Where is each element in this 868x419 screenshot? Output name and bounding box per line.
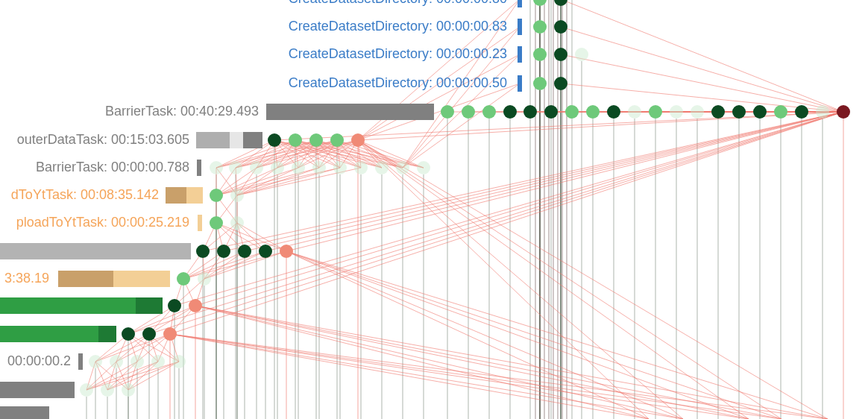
dependency-node[interactable] — [250, 161, 263, 174]
dependency-node[interactable] — [292, 161, 305, 174]
dependency-node[interactable] — [309, 133, 323, 147]
dependency-node[interactable] — [210, 216, 223, 230]
dependency-node[interactable] — [172, 355, 186, 368]
dependency-node[interactable] — [554, 77, 567, 90]
task-label: outerDataTask: 00:15:03.605 — [17, 132, 189, 148]
task-label: ploadToYtTask: 00:00:25.219 — [16, 215, 189, 230]
task-label: CreateDatasetDirectory: 00:00:00.23 — [289, 46, 507, 62]
duration-bar[interactable] — [166, 187, 186, 204]
duration-tick[interactable] — [518, 75, 522, 92]
dependency-node[interactable] — [289, 133, 302, 147]
task-label: 00:00:00.2 — [7, 353, 71, 369]
dependency-node[interactable] — [544, 105, 558, 119]
dependency-node[interactable] — [503, 105, 517, 119]
task-label: BarrierTask: 00:40:29.493 — [105, 104, 259, 119]
dependency-node[interactable] — [333, 161, 347, 174]
dependency-node[interactable] — [732, 105, 746, 119]
dependency-node[interactable] — [230, 189, 244, 202]
dependency-node[interactable] — [670, 105, 683, 119]
dependency-node[interactable] — [196, 245, 210, 258]
task-label: CreateDatasetDirectory: 00:00:00.50 — [289, 75, 507, 91]
duration-bar[interactable] — [0, 243, 191, 259]
dependency-node[interactable] — [217, 245, 230, 258]
dependency-node[interactable] — [238, 245, 251, 258]
dependency-node[interactable] — [198, 272, 211, 286]
dependency-node[interactable] — [259, 245, 272, 258]
duration-tick[interactable] — [518, 46, 522, 63]
dependency-node[interactable] — [89, 355, 102, 368]
dependency-node[interactable] — [210, 189, 223, 202]
dependency-node[interactable] — [795, 105, 808, 119]
dependency-node[interactable] — [177, 272, 190, 286]
task-label: 3:38.19 — [4, 271, 49, 286]
dependency-node[interactable] — [533, 48, 547, 61]
dependency-node[interactable] — [151, 355, 165, 368]
dependency-node[interactable] — [523, 105, 537, 119]
dependency-node[interactable] — [189, 299, 202, 312]
dependency-node[interactable] — [816, 105, 829, 119]
dependency-node[interactable] — [774, 105, 787, 119]
dependency-node[interactable] — [230, 216, 244, 230]
duration-tick[interactable] — [198, 215, 202, 231]
dependency-node[interactable] — [130, 355, 144, 368]
dependency-node[interactable] — [554, 20, 567, 34]
duration-bar[interactable] — [113, 271, 170, 287]
dependency-node[interactable] — [565, 105, 579, 119]
dependency-node[interactable] — [417, 161, 430, 174]
dependency-node[interactable] — [753, 105, 767, 119]
duration-bar[interactable] — [186, 187, 203, 204]
dependency-node[interactable] — [554, 0, 567, 6]
dependency-node[interactable] — [110, 355, 123, 368]
duration-bar[interactable] — [230, 132, 243, 148]
dependency-node[interactable] — [168, 299, 181, 312]
dependency-node[interactable] — [375, 161, 389, 174]
dependency-node[interactable] — [533, 77, 547, 90]
dependency-node[interactable] — [351, 133, 365, 147]
dependency-node[interactable] — [280, 245, 293, 258]
duration-bar[interactable] — [266, 104, 434, 120]
dependency-node[interactable] — [122, 383, 135, 397]
duration-tick[interactable] — [518, 0, 522, 7]
dependency-node[interactable] — [80, 383, 93, 397]
dependency-node[interactable] — [586, 105, 600, 119]
duration-bar[interactable] — [0, 382, 75, 398]
dependency-node[interactable] — [711, 105, 725, 119]
duration-bar[interactable] — [98, 326, 116, 342]
dependency-node[interactable] — [330, 133, 344, 147]
dependency-node[interactable] — [533, 20, 547, 34]
dependency-node[interactable] — [122, 327, 135, 341]
duration-bar[interactable] — [136, 297, 163, 314]
dependency-node[interactable] — [837, 105, 850, 119]
duration-bar[interactable] — [0, 326, 98, 342]
dependency-node[interactable] — [271, 161, 284, 174]
task-label: CreateDatasetDirectory: 00:00:00.83 — [289, 19, 507, 34]
dependency-node[interactable] — [268, 133, 281, 147]
task-label: dToYtTask: 00:08:35.142 — [11, 187, 159, 203]
dependency-node[interactable] — [229, 161, 242, 174]
dependency-node[interactable] — [142, 327, 156, 341]
dependency-node[interactable] — [628, 105, 641, 119]
dependency-node[interactable] — [649, 105, 662, 119]
duration-tick[interactable] — [518, 19, 522, 35]
dependency-node[interactable] — [101, 383, 114, 397]
dependency-node[interactable] — [210, 161, 223, 174]
dependency-node[interactable] — [354, 161, 368, 174]
dependency-node[interactable] — [575, 48, 588, 61]
dependency-node[interactable] — [533, 0, 547, 6]
dependency-node[interactable] — [441, 105, 454, 119]
dependency-node[interactable] — [312, 161, 326, 174]
dependency-node[interactable] — [482, 105, 496, 119]
duration-bar[interactable] — [58, 271, 113, 287]
duration-bar[interactable] — [196, 132, 230, 148]
dependency-node[interactable] — [462, 105, 475, 119]
dependency-node[interactable] — [396, 161, 409, 174]
dependency-node[interactable] — [554, 48, 567, 61]
dependency-node[interactable] — [163, 327, 177, 341]
duration-tick[interactable] — [78, 353, 83, 370]
dependency-node[interactable] — [691, 105, 704, 119]
duration-bar[interactable] — [0, 406, 49, 419]
duration-bar[interactable] — [0, 297, 136, 314]
duration-bar[interactable] — [243, 132, 262, 148]
dependency-node[interactable] — [607, 105, 620, 119]
duration-tick[interactable] — [197, 160, 201, 176]
